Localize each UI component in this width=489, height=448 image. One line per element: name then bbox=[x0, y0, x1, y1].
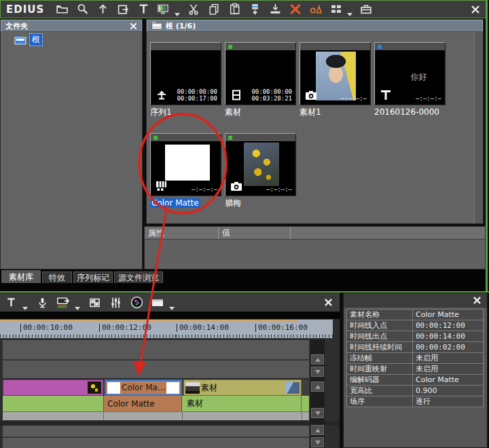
edius-window: EDIUS bbox=[0, 0, 489, 448]
folder-panel-title: 文件夹 bbox=[5, 21, 28, 31]
timeline-clip-color-matte-selected[interactable]: Color Ma... bbox=[105, 379, 182, 396]
clip-thumbnail: 00:00:00:0000:00:17:00 bbox=[151, 50, 220, 104]
mic-icon[interactable] bbox=[35, 296, 49, 310]
bin-panel-title: 根 (1/6) bbox=[166, 21, 196, 31]
scroll-down-button[interactable] bbox=[311, 367, 324, 377]
bin-scrollbar[interactable] bbox=[474, 32, 483, 223]
empty-track[interactable] bbox=[3, 340, 309, 360]
scroll-up-button[interactable] bbox=[311, 354, 324, 365]
import-icon[interactable] bbox=[116, 3, 130, 16]
value-col-header[interactable]: 值 bbox=[219, 227, 291, 239]
info-segment-sucai[interactable]: 素材 bbox=[183, 396, 302, 411]
close-icon[interactable] bbox=[471, 295, 483, 307]
tab-bin[interactable]: 素材库 bbox=[1, 270, 41, 283]
bin-clip-sucai1[interactable]: –:–:–:– bbox=[300, 42, 371, 105]
app-logo: EDIUS bbox=[6, 3, 44, 16]
status-dot-blue bbox=[378, 45, 382, 49]
attr-col-header[interactable]: 属性 bbox=[145, 227, 219, 239]
camera-icon bbox=[230, 180, 243, 192]
toolbox-icon[interactable] bbox=[359, 3, 373, 16]
title-icon bbox=[379, 89, 393, 101]
chevron-down-icon[interactable] bbox=[22, 307, 28, 310]
clip-name[interactable]: 素材1 bbox=[300, 107, 374, 117]
delete-x-icon[interactable] bbox=[289, 3, 302, 16]
flower-thumbnail bbox=[244, 143, 279, 186]
mixer-icon[interactable] bbox=[109, 296, 122, 310]
transition-icon[interactable] bbox=[309, 3, 323, 16]
folder-panel-header[interactable]: 文件夹 bbox=[1, 20, 142, 32]
up-folder-icon[interactable] bbox=[96, 3, 109, 16]
chevron-down-icon[interactable] bbox=[75, 307, 80, 310]
tab-sequence-marks[interactable]: 序列标记 bbox=[73, 272, 113, 283]
close-icon[interactable] bbox=[130, 22, 137, 30]
ruler-timecode: 00:00:12:00 bbox=[99, 324, 151, 332]
clip-card-strip bbox=[225, 134, 295, 141]
clip-name[interactable]: 素材 bbox=[225, 107, 300, 117]
close-icon[interactable] bbox=[469, 3, 482, 16]
empty-track[interactable] bbox=[3, 426, 309, 437]
audio-sub-track[interactable] bbox=[3, 412, 309, 421]
table-row: 场序逐行 bbox=[347, 396, 484, 407]
scroll-up-button[interactable] bbox=[311, 381, 324, 392]
tab-source-browser[interactable]: 源文件浏览 bbox=[114, 272, 163, 283]
clip-head-thumb bbox=[185, 382, 200, 394]
clip-label: Color Ma... bbox=[122, 383, 165, 392]
bin-window-icon[interactable] bbox=[151, 296, 164, 310]
ruler-ticks bbox=[0, 335, 333, 337]
empty-track[interactable] bbox=[3, 438, 309, 448]
clip-properties-table: 素材名称Color Matte 时间线入点00:00:12:00 时间线出点00… bbox=[346, 309, 484, 407]
insert-clip-icon[interactable] bbox=[248, 3, 261, 16]
vectorscope-icon[interactable] bbox=[130, 296, 143, 310]
folder-panel: 文件夹 根 bbox=[0, 19, 143, 269]
grid-icon[interactable] bbox=[88, 296, 101, 310]
clip-name[interactable]: 20160126-0000 bbox=[374, 107, 449, 117]
close-icon[interactable] bbox=[322, 297, 334, 309]
search-icon[interactable] bbox=[75, 3, 89, 16]
bin-clip-sucai[interactable]: 00:00:00:0000:03:28:21 bbox=[225, 42, 296, 105]
matte-thumbnail bbox=[165, 145, 210, 181]
clip-label: 素材 bbox=[201, 382, 284, 394]
properties-header[interactable] bbox=[344, 293, 487, 307]
clip-tail-thumb bbox=[166, 382, 179, 394]
empty-track[interactable] bbox=[3, 360, 309, 379]
timeline-ruler[interactable]: 00:00:10:00 00:00:12:00 00:00:14:00 00:0… bbox=[0, 319, 333, 338]
monitor-colorbars-icon[interactable] bbox=[157, 3, 170, 16]
bin-clip-lamei[interactable]: –:–:–:– bbox=[225, 133, 296, 196]
clip-thumbnail bbox=[88, 381, 101, 394]
timeline-gap bbox=[0, 312, 340, 319]
bin-panel-header[interactable]: 根 (1/6) bbox=[147, 20, 483, 32]
tree-item-label[interactable]: 根 bbox=[29, 33, 43, 46]
timeline-clip-purple[interactable] bbox=[3, 379, 103, 396]
chevron-down-icon[interactable] bbox=[347, 13, 352, 16]
paste-icon[interactable] bbox=[228, 3, 241, 16]
timeline-clip-sucai[interactable]: 素材 bbox=[183, 379, 302, 396]
clip-card-strip bbox=[225, 43, 295, 50]
copy-icon[interactable] bbox=[207, 3, 221, 16]
export-monitor-icon[interactable] bbox=[56, 296, 70, 310]
bin-clip-sequence1[interactable]: 00:00:00:0000:00:17:00 bbox=[150, 42, 221, 105]
bin-tree-root-item[interactable]: 根 bbox=[14, 33, 43, 46]
chevron-down-icon[interactable] bbox=[175, 13, 180, 16]
chevron-down-icon[interactable] bbox=[169, 307, 175, 310]
video-track[interactable]: Color Ma... 素材 bbox=[3, 379, 309, 396]
bin-clip-color-matte[interactable]: –:–:–:– bbox=[150, 133, 221, 196]
bin-clip-title[interactable]: 你好 –:–:–:– bbox=[374, 42, 446, 105]
clip-info-track[interactable]: Color Matte 素材 bbox=[3, 396, 309, 412]
table-row: 时间线持续时间00:00:02:00 bbox=[347, 342, 484, 353]
info-segment-color-matte[interactable]: Color Matte bbox=[103, 396, 182, 411]
layout-grid-icon[interactable] bbox=[329, 3, 343, 16]
cut-icon[interactable] bbox=[187, 3, 200, 16]
video-clip-icon bbox=[230, 89, 243, 101]
clip-name-selected[interactable]: Color Matte bbox=[150, 198, 225, 208]
scroll-up-button[interactable] bbox=[311, 425, 324, 435]
table-row: 编解码器Color Matte bbox=[347, 375, 484, 386]
folder-icon[interactable] bbox=[55, 3, 69, 16]
overwrite-clip-icon[interactable] bbox=[268, 3, 282, 16]
clip-name[interactable]: 腊梅 bbox=[225, 198, 300, 208]
scroll-down-button[interactable] bbox=[311, 408, 324, 418]
clip-name[interactable]: 序列1 bbox=[150, 107, 225, 117]
tab-effects[interactable]: 特效 bbox=[42, 272, 72, 283]
title-icon[interactable] bbox=[4, 296, 18, 310]
scroll-down-button[interactable] bbox=[311, 437, 324, 447]
title-icon[interactable] bbox=[137, 3, 150, 16]
